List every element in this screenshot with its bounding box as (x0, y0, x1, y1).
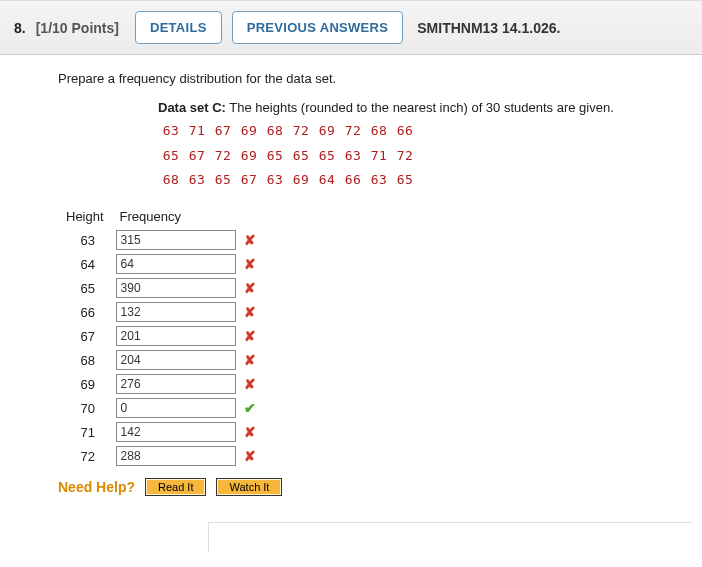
col-header-frequency: Frequency (112, 207, 240, 228)
height-value: 65 (58, 276, 112, 300)
frequency-input[interactable] (116, 326, 236, 346)
divider (208, 522, 692, 552)
dataset-desc: The heights (rounded to the nearest inch… (229, 100, 613, 115)
points-label: [1/10 Points] (36, 20, 119, 36)
frequency-input[interactable] (116, 302, 236, 322)
data-value: 63 (340, 144, 366, 169)
dataset-values: 6371676968726972686665677269656565637172… (158, 119, 692, 193)
previous-answers-button[interactable]: PREVIOUS ANSWERS (232, 11, 404, 44)
frequency-input[interactable] (116, 446, 236, 466)
data-value: 65 (392, 168, 418, 193)
need-help-row: Need Help? Read It Watch It (58, 478, 692, 496)
data-value: 63 (184, 168, 210, 193)
data-value: 69 (288, 168, 314, 193)
question-prompt: Prepare a frequency distribution for the… (58, 71, 692, 86)
data-value: 66 (392, 119, 418, 144)
height-value: 63 (58, 228, 112, 252)
frequency-input[interactable] (116, 398, 236, 418)
height-value: 68 (58, 348, 112, 372)
height-value: 64 (58, 252, 112, 276)
table-row: 72✘ (58, 444, 260, 468)
table-row: 66✘ (58, 300, 260, 324)
data-value: 68 (158, 168, 184, 193)
frequency-input[interactable] (116, 254, 236, 274)
frequency-table: Height Frequency 63✘64✘65✘66✘67✘68✘69✘70… (58, 207, 260, 468)
data-value: 67 (236, 168, 262, 193)
height-value: 71 (58, 420, 112, 444)
details-button[interactable]: DETAILS (135, 11, 222, 44)
cross-icon: ✘ (240, 444, 260, 468)
question-content: Prepare a frequency distribution for the… (0, 55, 702, 567)
cross-icon: ✘ (240, 228, 260, 252)
data-value: 72 (288, 119, 314, 144)
data-value: 69 (314, 119, 340, 144)
read-it-button[interactable]: Read It (145, 478, 206, 496)
frequency-input[interactable] (116, 374, 236, 394)
table-row: 68✘ (58, 348, 260, 372)
data-value: 64 (314, 168, 340, 193)
col-header-height: Height (58, 207, 112, 228)
data-value: 68 (366, 119, 392, 144)
table-row: 64✘ (58, 252, 260, 276)
data-value: 65 (314, 144, 340, 169)
cross-icon: ✘ (240, 300, 260, 324)
data-value: 63 (366, 168, 392, 193)
data-value: 66 (340, 168, 366, 193)
table-row: 67✘ (58, 324, 260, 348)
frequency-input[interactable] (116, 422, 236, 442)
data-value: 69 (236, 144, 262, 169)
data-value: 71 (184, 119, 210, 144)
data-value: 72 (392, 144, 418, 169)
dataset-label: Data set C: (158, 100, 226, 115)
data-value: 72 (340, 119, 366, 144)
dataset-block: Data set C: The heights (rounded to the … (158, 100, 692, 193)
data-value: 65 (210, 168, 236, 193)
source-reference: SMITHNM13 14.1.026. (417, 20, 560, 36)
dataset-header: Data set C: The heights (rounded to the … (158, 100, 692, 115)
table-row: 70✔ (58, 396, 260, 420)
need-help-label: Need Help? (58, 479, 135, 495)
data-value: 71 (366, 144, 392, 169)
data-value: 65 (262, 144, 288, 169)
cross-icon: ✘ (240, 276, 260, 300)
table-row: 69✘ (58, 372, 260, 396)
height-value: 69 (58, 372, 112, 396)
frequency-input[interactable] (116, 230, 236, 250)
frequency-input[interactable] (116, 350, 236, 370)
height-value: 70 (58, 396, 112, 420)
data-value: 63 (158, 119, 184, 144)
data-value: 69 (236, 119, 262, 144)
cross-icon: ✘ (240, 420, 260, 444)
question-number: 8. (14, 20, 26, 36)
check-icon: ✔ (240, 396, 260, 420)
watch-it-button[interactable]: Watch It (216, 478, 282, 496)
cross-icon: ✘ (240, 324, 260, 348)
table-row: 63✘ (58, 228, 260, 252)
cross-icon: ✘ (240, 252, 260, 276)
question-header: 8. [1/10 Points] DETAILS PREVIOUS ANSWER… (0, 0, 702, 55)
table-row: 65✘ (58, 276, 260, 300)
cross-icon: ✘ (240, 348, 260, 372)
data-value: 67 (184, 144, 210, 169)
height-value: 67 (58, 324, 112, 348)
height-value: 72 (58, 444, 112, 468)
data-value: 65 (288, 144, 314, 169)
data-value: 72 (210, 144, 236, 169)
data-value: 65 (158, 144, 184, 169)
frequency-input[interactable] (116, 278, 236, 298)
cross-icon: ✘ (240, 372, 260, 396)
height-value: 66 (58, 300, 112, 324)
table-row: 71✘ (58, 420, 260, 444)
data-value: 63 (262, 168, 288, 193)
data-value: 68 (262, 119, 288, 144)
data-value: 67 (210, 119, 236, 144)
